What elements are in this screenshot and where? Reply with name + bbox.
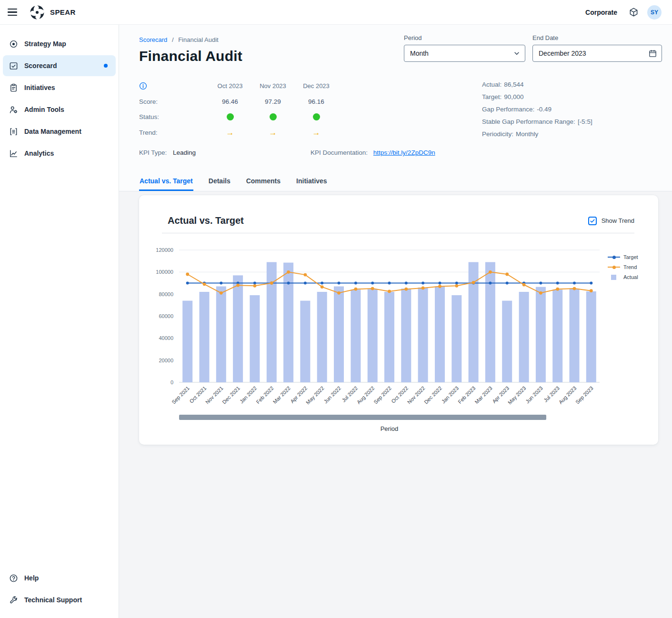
sidebar-item-help[interactable]: Help (3, 568, 116, 588)
show-trend-checkbox[interactable] (588, 217, 597, 225)
sidebar-item-label: Help (24, 574, 39, 582)
scrollbar-thumb[interactable] (179, 415, 546, 420)
show-trend-label: Show Trend (602, 217, 634, 224)
trend-point (438, 285, 441, 288)
target-point (489, 282, 491, 285)
actual-bar (485, 262, 495, 383)
chart-card-title: Actual vs. Target (168, 215, 244, 226)
breadcrumb-separator: / (172, 36, 174, 43)
selected-indicator-dot (104, 64, 108, 68)
actual-bar (384, 292, 394, 382)
trend-row-label: Trend: (139, 125, 209, 140)
tab-details[interactable]: Details (208, 177, 231, 191)
actual-bar (451, 295, 461, 382)
period-control: Period Month (404, 34, 525, 62)
info-icon[interactable] (139, 82, 147, 90)
sidebar-item-data-management[interactable]: Data Management (3, 121, 116, 142)
status-row-label: Status: (139, 110, 209, 124)
sidebar-item-initiatives[interactable]: Initiatives (3, 77, 116, 98)
tab-actual-vs-target[interactable]: Actual vs. Target (139, 177, 193, 191)
target-point (405, 282, 408, 285)
breadcrumb-scorecard-link[interactable]: Scorecard (139, 36, 167, 43)
x-axis-tick-label: Nov 2021 (204, 385, 224, 405)
spear-logo-icon (29, 4, 46, 21)
cube-icon[interactable] (629, 7, 639, 17)
actual-bar (182, 301, 192, 382)
period-select[interactable]: Month (404, 45, 525, 62)
trend-point (590, 289, 593, 292)
actual-bar (368, 289, 378, 382)
score-value: 96.16 (294, 94, 338, 109)
sidebar-item-analytics[interactable]: Analytics (3, 143, 116, 164)
actual-bar (200, 292, 210, 382)
actual-bar (552, 289, 562, 382)
y-axis-tick-label: 80000 (159, 291, 173, 297)
kpi-header: Scorecard / Financial Audit Financial Au… (119, 25, 672, 191)
target-point (220, 282, 222, 285)
chart-area: 020000400006000080000100000120000Sep 202… (139, 246, 658, 413)
actual-bar (233, 275, 243, 382)
breadcrumb-current: Financial Audit (178, 36, 219, 43)
chevron-down-icon (513, 50, 520, 57)
initiatives-icon (9, 83, 18, 92)
target-point (506, 282, 509, 285)
tab-comments[interactable]: Comments (246, 177, 281, 191)
context-selector[interactable]: Corporate (585, 9, 617, 16)
user-avatar[interactable]: SY (647, 5, 662, 20)
target-point (556, 282, 559, 285)
trend-point (573, 287, 576, 290)
kpi-documentation-label: KPI Documentation: (311, 149, 368, 156)
trend-point (236, 284, 240, 287)
calendar-icon[interactable] (649, 50, 657, 58)
sidebar-item-label: Admin Tools (24, 106, 64, 113)
trend-point (270, 281, 273, 285)
tab-content: Actual vs. Target Show Trend 02000040000… (119, 191, 672, 618)
trend-point (354, 288, 358, 291)
y-axis-tick-label: 120000 (156, 247, 173, 253)
trend-point (253, 284, 257, 288)
show-trend-toggle[interactable]: Show Trend (588, 217, 634, 225)
trend-point (220, 291, 223, 295)
x-axis-tick-label: Jan 2022 (239, 385, 258, 404)
actual-bar (334, 287, 344, 383)
sidebar-item-label: Data Management (24, 128, 81, 135)
card-divider (162, 233, 634, 233)
trend-point (388, 290, 391, 293)
kpi-type-label: KPI Type: (139, 149, 167, 156)
trend-line-swatch (608, 267, 620, 268)
x-axis-tick-label: May 2022 (305, 385, 325, 406)
sidebar-item-strategy-map[interactable]: Strategy Map (3, 33, 116, 54)
x-axis-tick-label: Sep 2022 (372, 385, 392, 405)
sidebar-nav: Strategy Map Scorecard Initiatives (0, 33, 119, 165)
x-axis-tick-label: Sep 2023 (574, 385, 594, 405)
trend-point (455, 284, 458, 288)
status-indicator-green (270, 113, 277, 120)
tab-initiatives[interactable]: Initiatives (296, 177, 328, 191)
target-point (287, 282, 290, 285)
x-axis-tick-label: Dec 2022 (423, 385, 443, 405)
breadcrumb: Scorecard / Financial Audit (139, 36, 397, 43)
trend-point (522, 283, 526, 287)
chart-horizontal-scrollbar[interactable] (179, 415, 600, 420)
end-date-input[interactable] (539, 50, 649, 57)
end-date-input-wrap (532, 45, 662, 62)
kpi-summary-grid: Oct 2023 Nov 2023 Dec 2023 Score: 96.46 … (139, 79, 338, 140)
actual-bar (502, 301, 512, 382)
trend-point (371, 287, 374, 290)
actual-bar (351, 289, 361, 382)
kpi-documentation-link[interactable]: https://bit.ly/2ZpDC9n (373, 149, 435, 156)
sidebar-item-scorecard[interactable]: Scorecard (3, 55, 116, 76)
hamburger-menu-button[interactable] (8, 6, 20, 19)
x-axis-tick-label: Jun 2022 (322, 385, 341, 404)
trend-point (556, 288, 559, 291)
detail-periodicity: Periodicity:Monthly (482, 128, 662, 140)
sidebar-item-admin-tools[interactable]: Admin Tools (3, 99, 116, 120)
target-point (304, 282, 307, 285)
sidebar-item-technical-support[interactable]: Technical Support (3, 589, 116, 610)
target-point (321, 282, 323, 285)
target-point (590, 282, 592, 285)
target-point (253, 282, 256, 285)
actual-bar (536, 287, 546, 382)
detail-actual: Actual:86,544 (482, 79, 662, 91)
tab-bar: Actual vs. Target Details Comments Initi… (139, 177, 662, 191)
